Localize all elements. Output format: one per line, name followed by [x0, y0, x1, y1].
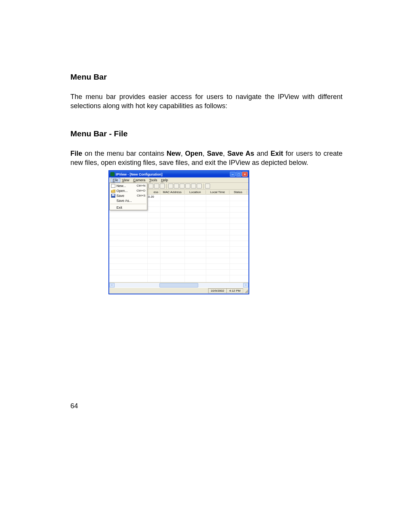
blank-icon: [111, 206, 115, 209]
column-headers: ess MAC Address Location Local Time Stat…: [147, 190, 249, 195]
column-header-location[interactable]: Location: [185, 190, 206, 194]
toolbar-icon[interactable]: [160, 184, 165, 189]
bold-open: Open: [185, 150, 202, 157]
menu-separator: [110, 204, 146, 204]
menu-item-exit[interactable]: Exit: [110, 205, 147, 210]
window-title: IPView - [New Configuration]: [116, 173, 230, 176]
scroll-thumb[interactable]: [159, 283, 198, 288]
scroll-right-button[interactable]: ›: [243, 283, 249, 288]
column-header-status[interactable]: Status: [229, 190, 247, 194]
minimize-button[interactable]: –: [230, 172, 236, 177]
file-menu-dropdown: New... Ctrl+N Open... Ctrl+O Save Ctrl+S: [109, 183, 147, 210]
app-icon: [110, 172, 115, 176]
toolbar-icon[interactable]: [148, 184, 153, 189]
heading-menu-bar-file: Menu Bar - File: [70, 129, 342, 138]
toolbar-icon[interactable]: [168, 184, 173, 189]
menu-tools[interactable]: Tools: [147, 178, 159, 182]
paragraph-intro: The menu bar provides easier access for …: [70, 92, 342, 111]
blank-icon: [111, 199, 115, 203]
menu-item-save[interactable]: Save Ctrl+S: [110, 193, 147, 198]
list-view[interactable]: ess MAC Address Location Local Time Stat…: [109, 190, 249, 282]
toolbar-separator: [166, 184, 167, 189]
menu-view[interactable]: View: [120, 178, 131, 182]
toolbar-icon[interactable]: [154, 184, 159, 189]
bold-save: Save: [207, 150, 223, 157]
paragraph-file-desc: File on the menu bar contains New, Open,…: [70, 149, 342, 168]
bold-file: File: [70, 150, 82, 157]
title-bar[interactable]: IPView - [New Configuration] – □ ×: [109, 171, 249, 177]
menu-item-new[interactable]: New... Ctrl+N: [110, 183, 147, 188]
bold-exit: Exit: [271, 150, 283, 157]
toolbar-icon[interactable]: [180, 184, 185, 189]
page-number: 64: [70, 402, 78, 410]
column-header-localtime[interactable]: Local Time: [206, 190, 229, 194]
bold-saveas: Save As: [227, 150, 254, 157]
status-bar: 10/9/2002 4:12 PM: [109, 288, 249, 294]
menu-item-open[interactable]: Open... Ctrl+O: [110, 188, 147, 193]
menu-camera[interactable]: Camera: [131, 178, 147, 182]
scroll-track[interactable]: [115, 283, 243, 288]
toolbar-separator: [203, 184, 204, 189]
heading-menu-bar: Menu Bar: [70, 72, 342, 81]
status-time: 4:12 PM: [226, 288, 243, 293]
open-folder-icon: [111, 189, 115, 193]
menu-item-saveas[interactable]: Save As...: [110, 198, 147, 203]
bold-new: New: [167, 150, 181, 157]
toolbar-icon[interactable]: [185, 184, 190, 189]
menu-help[interactable]: Help: [159, 178, 170, 182]
toolbar-icon[interactable]: [191, 184, 196, 189]
column-header-mac[interactable]: MAC Address: [160, 190, 185, 194]
new-file-icon: [111, 184, 115, 188]
save-disk-icon: [111, 194, 115, 198]
resize-grip-icon[interactable]: [244, 288, 249, 293]
column-header[interactable]: ess: [147, 190, 160, 194]
menu-bar: File View Camera Tools Help: [109, 177, 249, 183]
toolbar-icon[interactable]: [205, 184, 210, 189]
toolbar-icon[interactable]: [197, 184, 202, 189]
toolbar-icon[interactable]: [174, 184, 179, 189]
close-button[interactable]: ×: [242, 172, 248, 177]
status-date: 10/9/2002: [208, 288, 227, 293]
maximize-button[interactable]: □: [236, 172, 242, 177]
ipview-window: IPView - [New Configuration] – □ × File …: [108, 170, 249, 294]
menu-file[interactable]: File: [111, 178, 120, 182]
scroll-left-button[interactable]: ‹: [109, 283, 115, 288]
horizontal-scrollbar[interactable]: ‹ ›: [109, 282, 249, 288]
